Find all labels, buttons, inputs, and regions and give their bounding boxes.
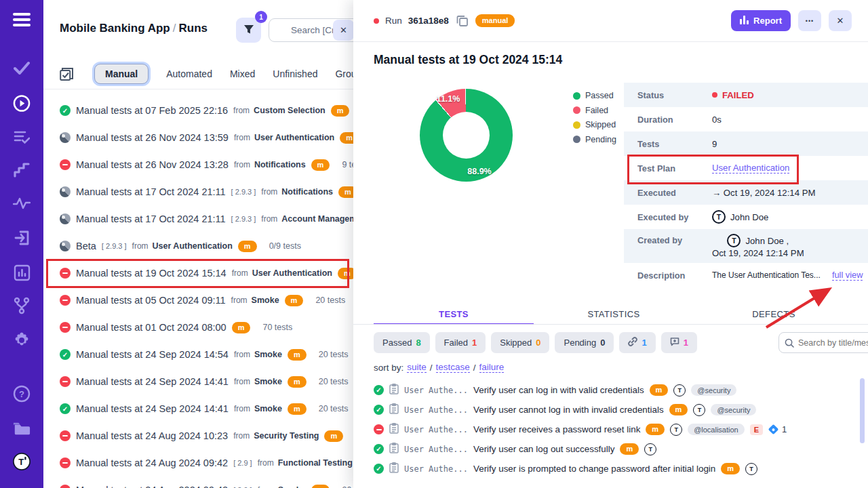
legend-dot — [573, 121, 580, 129]
report-button-label: Report — [753, 16, 782, 26]
logo-avatar[interactable]: T — [13, 453, 31, 470]
branch-icon[interactable] — [13, 297, 31, 314]
run-list-item[interactable]: Manual tests at 24 Sep 2024 14:54 from S… — [43, 341, 353, 368]
run-from-label: from — [234, 133, 250, 142]
check-icon[interactable] — [13, 59, 31, 77]
multi-select-icon[interactable] — [60, 67, 74, 81]
tab-unfinished[interactable]: Unfinished — [273, 68, 317, 79]
run-list-item[interactable]: Manual tests at 07 Feb 2025 22:16 from C… — [43, 97, 353, 124]
manual-type-badge: m — [646, 424, 665, 435]
run-list-item[interactable]: Manual tests at 24 Sep 2024 14:41 from S… — [43, 368, 353, 395]
result-filter-chip[interactable]: Failed 1 — [435, 332, 486, 353]
tab-tests[interactable]: TESTS — [374, 304, 534, 324]
run-from-label: from — [234, 350, 250, 359]
tab-statistics[interactable]: STATISTICS — [534, 304, 694, 324]
breadcrumb-project[interactable]: Mobile Banking App — [60, 22, 170, 35]
scrollbar-thumb[interactable] — [860, 378, 865, 443]
run-list-item[interactable]: Manual tests at 17 Oct 2024 21:11 [ 2.9.… — [43, 205, 353, 232]
run-list-item[interactable]: Beta [ 2.9.3 ] from User Authentication … — [43, 232, 353, 260]
run-list-item[interactable]: Manual tests at 05 Oct 2024 09:11 from S… — [43, 287, 353, 314]
settings-icon[interactable] — [13, 331, 31, 349]
run-test-count: 0/9 tests — [269, 241, 301, 251]
result-filter-chips: Passed 8 Failed 1 Skipped 0 Pending 0 1 … — [374, 332, 697, 353]
tag-chip[interactable]: @security — [691, 384, 736, 396]
info-label: Test Plan — [637, 163, 712, 174]
run-test-count: 20 tests — [319, 404, 349, 413]
projects-icon[interactable] — [13, 420, 31, 437]
run-list-item[interactable]: Manual tests at 26 Nov 2024 13:59 from U… — [43, 124, 353, 151]
pulse-icon[interactable] — [13, 195, 31, 212]
copy-icon[interactable] — [455, 14, 469, 28]
steps-icon[interactable] — [13, 161, 31, 179]
comments-chip[interactable]: 1 — [661, 332, 697, 353]
comment-plus-icon — [670, 337, 679, 348]
tag-chip[interactable]: @localisation — [688, 424, 745, 435]
avatar: T — [644, 443, 656, 455]
run-title: Manual tests at 07 Feb 2025 22:16 — [76, 105, 228, 116]
tab-defects[interactable]: DEFECTS — [694, 304, 854, 324]
tab-automated[interactable]: Automated — [166, 68, 212, 79]
play-circle-icon[interactable] — [13, 94, 31, 112]
full-view-link[interactable]: full view — [832, 270, 863, 281]
menu-icon[interactable] — [13, 11, 31, 28]
sort-failure-link[interactable]: failure — [479, 362, 505, 373]
test-row[interactable]: User Authe... Verify user can log in wit… — [353, 380, 868, 400]
defect-link[interactable]: 1 — [770, 424, 787, 434]
test-plans-icon[interactable] — [13, 128, 31, 146]
tab-manual[interactable]: Manual — [94, 64, 149, 84]
error-badge[interactable]: E — [750, 424, 763, 435]
result-filter-chip[interactable]: Passed 8 — [374, 332, 430, 353]
run-list-item[interactable]: Manual tests at 26 Nov 2024 13:28 from N… — [43, 151, 353, 178]
run-source: Smoke — [252, 296, 279, 305]
run-list-item-selected[interactable]: Manual tests at 19 Oct 2024 15:14 from U… — [43, 260, 353, 287]
more-button[interactable]: ••• — [798, 10, 821, 31]
report-button[interactable]: Report — [731, 10, 791, 31]
run-list-item[interactable]: Manual tests at 01 Oct 2024 08:00 m 70 t… — [43, 314, 353, 341]
test-suite-name: User Authe... — [404, 445, 468, 454]
result-filter-chip[interactable]: Pending 0 — [555, 332, 614, 353]
run-source: Smoke — [254, 350, 282, 359]
run-status-icon — [60, 458, 71, 468]
sign-in-icon[interactable] — [13, 229, 31, 247]
run-from-label: from — [232, 268, 248, 278]
info-label: Executed by — [637, 212, 712, 222]
executedby-value: John Doe — [730, 212, 768, 222]
test-plan-link[interactable]: User Authentication — [712, 163, 789, 174]
legend-label: Skipped — [585, 120, 616, 129]
manual-type-badge: m — [669, 404, 688, 415]
chip-label: Skipped — [500, 338, 532, 348]
analytics-icon[interactable] — [13, 264, 31, 281]
info-label: Duration — [637, 115, 712, 125]
tab-mixed[interactable]: Mixed — [230, 68, 255, 79]
testcase-icon — [389, 443, 399, 456]
search-clear-button[interactable]: ✕ — [333, 20, 353, 41]
test-row[interactable]: User Authe... Verify user receives a pas… — [353, 420, 868, 439]
testcase-icon — [389, 403, 399, 417]
tag-chip[interactable]: @security — [711, 404, 756, 415]
run-version: [ 2.9.3 ] — [102, 242, 127, 250]
breadcrumb-page: Runs — [179, 22, 208, 35]
run-list-item[interactable]: Manual tests at 24 Aug 2024 09:42 [ 2.9 … — [43, 449, 353, 476]
run-list-item[interactable]: Manual tests at 24 Aug 2024 09:42 [ 2.9 … — [43, 476, 353, 488]
test-row[interactable]: User Authe... Verify user can log out su… — [353, 439, 868, 459]
linked-defects-chip[interactable]: 1 — [619, 332, 655, 353]
info-label: Created by — [637, 229, 712, 245]
divider — [43, 89, 353, 89]
test-row[interactable]: User Authe... Verify user cannot log in … — [353, 400, 868, 420]
run-status-icon — [60, 105, 71, 116]
run-status-icon — [60, 376, 71, 387]
run-list-item[interactable]: Manual tests at 24 Aug 2024 10:23 from S… — [43, 422, 353, 449]
help-icon[interactable]: ? — [13, 385, 31, 403]
sort-suite-link[interactable]: suite — [407, 362, 427, 373]
avatar: T — [727, 234, 741, 247]
close-button[interactable]: ✕ — [829, 10, 852, 31]
tab-group[interactable]: Grou — [335, 68, 353, 79]
run-list-item[interactable]: Manual tests at 17 Oct 2024 21:11 [ 2.9.… — [43, 178, 353, 205]
avatar: T — [670, 424, 682, 436]
run-list-item[interactable]: Manual tests at 24 Sep 2024 14:41 from S… — [43, 395, 353, 422]
sort-testcase-link[interactable]: testcase — [436, 362, 470, 373]
run-source: User Authentication — [252, 268, 332, 278]
test-title: Verify user cannot log in with invalid c… — [473, 405, 664, 415]
result-filter-chip[interactable]: Skipped 0 — [491, 332, 549, 353]
test-row[interactable]: User Authe... Verify user is prompted to… — [353, 459, 868, 479]
